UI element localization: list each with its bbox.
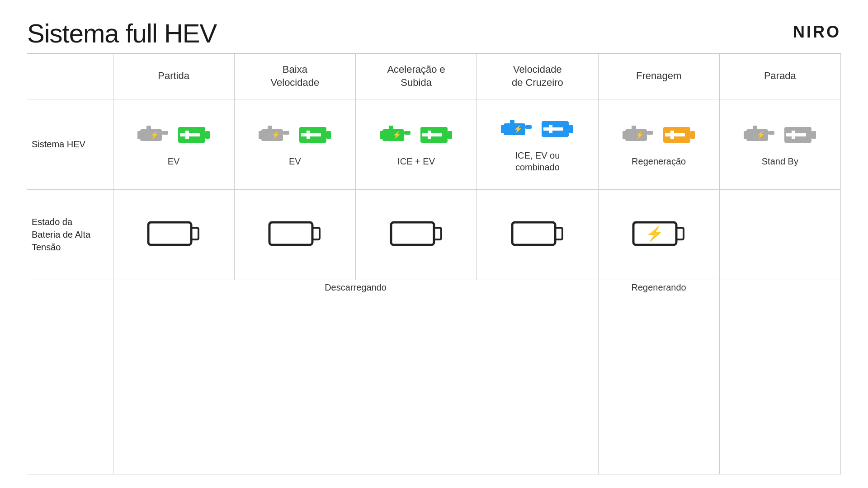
svg-rect-26 — [422, 133, 442, 136]
battery-cruzeiro-cell — [477, 189, 598, 280]
svg-rect-29 — [525, 125, 532, 129]
svg-rect-12 — [259, 131, 262, 139]
partida-mode-label: EV — [168, 155, 180, 167]
partida-icons-row: ⚡ — [137, 121, 211, 148]
svg-rect-48 — [744, 131, 747, 139]
svg-rect-42 — [690, 131, 695, 139]
battery-charging-frenagem: ⚡ — [632, 218, 686, 249]
svg-text:⚡: ⚡ — [271, 131, 280, 139]
parada-icons-row: ⚡ — [743, 121, 817, 148]
battery-icon-green-partida — [177, 125, 211, 145]
hev-aceleracao-icons: ⚡ ICE + EV — [359, 121, 473, 167]
hev-cruzeiro-cell: ⚡ ICE, EV oucombinado — [477, 99, 598, 189]
descarregando-label: Descarregando — [325, 282, 387, 292]
battery-icon-green-baixa — [298, 125, 332, 145]
svg-rect-38 — [647, 131, 653, 135]
engine-icon-blue-cruzeiro: ⚡ — [500, 115, 536, 142]
engine-icon-green-aceleracao: ⚡ — [379, 121, 415, 148]
col-aceleracao: Aceleração eSubida — [356, 54, 477, 99]
svg-text:⚡: ⚡ — [514, 125, 523, 133]
hev-baixa-icons: ⚡ EV — [238, 121, 352, 167]
svg-rect-10 — [268, 126, 272, 130]
hev-cruzeiro-icons: ⚡ ICE, EV oucombinado — [481, 115, 594, 173]
header-row: Partida BaixaVelocidade Aceleração eSubi… — [27, 54, 841, 99]
col-baixa: BaixaVelocidade — [234, 54, 355, 99]
main-table: Partida BaixaVelocidade Aceleração eSubi… — [27, 54, 841, 474]
battery-row-label: Estado daBateria de AltaTensão — [27, 189, 113, 280]
svg-text:⚡: ⚡ — [392, 131, 401, 139]
regenerando-label: Regenerando — [632, 282, 686, 292]
aceleracao-mode-label: ICE + EV — [397, 155, 435, 167]
hev-parada-icons: ⚡ Stand By — [723, 121, 837, 167]
hev-parada-cell: ⚡ Stand By — [719, 99, 840, 189]
baixa-icons-row: ⚡ — [258, 121, 332, 148]
hev-row-label: Sistema HEV — [27, 99, 113, 189]
svg-rect-56 — [269, 222, 312, 245]
label-row-empty — [27, 280, 113, 474]
regenerando-cell: Regenerando — [598, 280, 719, 474]
header-area: Sistema full HEV niro — [27, 18, 841, 48]
hev-frenagem-cell: ⚡ Regeneração — [598, 99, 719, 189]
engine-icon-gray-frenagem: ⚡ — [622, 121, 658, 148]
svg-rect-19 — [389, 126, 393, 130]
svg-rect-60 — [512, 222, 555, 245]
battery-discharging-aceleracao — [389, 218, 443, 249]
battery-icon-green-aceleracao — [420, 125, 453, 145]
svg-rect-17 — [301, 133, 321, 136]
cruzeiro-icons-row: ⚡ — [500, 115, 575, 142]
battery-icon-orange-frenagem — [662, 125, 696, 145]
battery-state-row: Estado daBateria de AltaTensão — [27, 189, 841, 280]
svg-rect-37 — [632, 126, 636, 130]
col-frenagem: Frenagem — [598, 54, 719, 99]
svg-rect-33 — [569, 125, 573, 133]
svg-rect-20 — [404, 131, 410, 135]
hev-system-row: Sistema HEV ⚡ — [27, 99, 841, 189]
svg-rect-35 — [543, 127, 563, 131]
svg-rect-58 — [391, 222, 434, 245]
battery-discharging-partida — [146, 218, 201, 249]
parada-mode-label: Stand By — [762, 155, 798, 167]
svg-rect-3 — [137, 131, 141, 139]
svg-rect-1 — [146, 126, 151, 130]
svg-rect-8 — [180, 133, 200, 136]
svg-text:⚡: ⚡ — [635, 131, 644, 139]
hev-baixa-cell: ⚡ EV — [234, 99, 355, 189]
svg-rect-51 — [811, 131, 816, 139]
frenagem-mode-label: Regeneração — [632, 155, 686, 167]
hev-partida-cell: ⚡ EV — [113, 99, 234, 189]
battery-parada-cell — [719, 189, 840, 280]
engine-icon-gray-parada: ⚡ — [743, 121, 779, 148]
svg-rect-11 — [283, 131, 289, 135]
baixa-mode-label: EV — [289, 155, 301, 167]
svg-rect-6 — [205, 131, 210, 139]
frenagem-icons-row: ⚡ — [622, 121, 696, 148]
cruzeiro-mode-label: ICE, EV oucombinado — [515, 150, 560, 173]
svg-rect-47 — [768, 131, 774, 135]
col-parada: Parada — [719, 54, 840, 99]
battery-discharging-cruzeiro — [510, 218, 565, 249]
svg-rect-54 — [148, 222, 191, 245]
col-cruzeiro: Velocidadede Cruzeiro — [477, 54, 598, 99]
battery-partida-cell — [113, 189, 234, 280]
svg-rect-46 — [753, 126, 757, 130]
label-row: Descarregando Regenerando — [27, 280, 841, 474]
battery-icon-gray-parada — [783, 125, 817, 145]
engine-icon-gray-partida: ⚡ — [137, 121, 173, 148]
svg-text:⚡: ⚡ — [756, 131, 765, 139]
hev-frenagem-icons: ⚡ Regeneração — [602, 121, 716, 167]
svg-rect-53 — [786, 133, 806, 136]
col-partida: Partida — [113, 54, 234, 99]
svg-text:⚡: ⚡ — [646, 225, 664, 242]
svg-rect-30 — [501, 125, 505, 133]
header-empty — [27, 54, 113, 99]
battery-aceleracao-cell — [356, 189, 477, 280]
aceleracao-icons-row: ⚡ — [379, 121, 453, 148]
battery-icon-blue-cruzeiro — [541, 119, 575, 139]
svg-rect-28 — [510, 120, 514, 124]
svg-rect-15 — [326, 131, 331, 139]
svg-rect-21 — [380, 131, 383, 139]
parada-label-empty — [719, 280, 840, 474]
hev-partida-icons: ⚡ EV — [117, 121, 231, 167]
engine-icon-gray-baixa: ⚡ — [258, 121, 294, 148]
descarregando-cell: Descarregando — [113, 280, 598, 474]
